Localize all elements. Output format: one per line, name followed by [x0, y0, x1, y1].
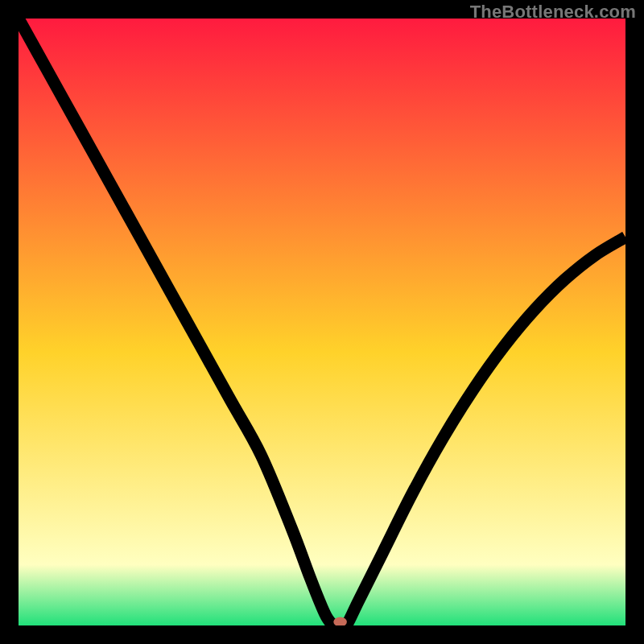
chart-container: TheBottleneck.com: [0, 0, 644, 644]
watermark-text: TheBottleneck.com: [470, 2, 636, 23]
plot-area: [19, 19, 625, 625]
gradient-background: [19, 19, 625, 625]
chart-svg: [19, 19, 625, 625]
